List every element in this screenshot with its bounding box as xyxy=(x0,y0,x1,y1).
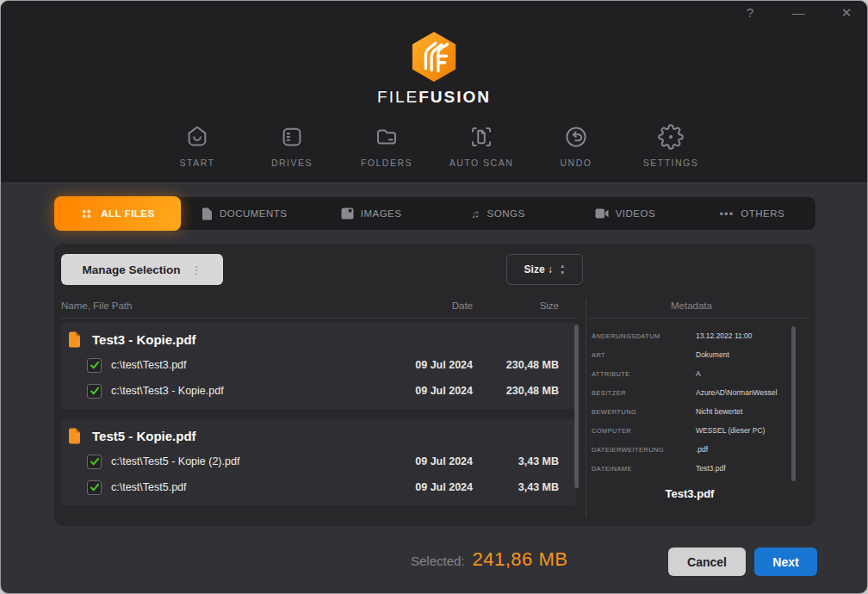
sort-dropdown[interactable]: Size ↓ ▲▼ xyxy=(506,254,583,285)
folder-icon xyxy=(374,123,400,151)
metadata-row: COMPUTERWESSEL (dieser PC) xyxy=(592,421,788,440)
metadata-value: 13.12.2022 11:00 xyxy=(696,331,788,340)
manage-selection-button[interactable]: Manage Selection ⋮ xyxy=(61,254,223,285)
metadata-scrollbar[interactable] xyxy=(791,326,796,481)
file-path: c:\test\Test5.pdf xyxy=(111,481,387,493)
grid-dots-icon xyxy=(80,207,93,220)
metadata-row: DATEIERWEITERUNG.pdf xyxy=(592,440,788,459)
file-size: 230,48 MB xyxy=(473,359,576,371)
checkbox-checked[interactable] xyxy=(87,480,102,495)
file-date: 09 Jul 2024 xyxy=(387,359,473,371)
file-row[interactable]: c:\test\Test5 - Kopie (2).pdf09 Jul 2024… xyxy=(61,449,576,474)
metadata-label: COMPUTER xyxy=(592,427,696,435)
ellipsis-icon: ••• xyxy=(720,208,735,220)
group-title: Test3 - Kopie.pdf xyxy=(61,325,576,352)
tab-others[interactable]: •••OTHERS xyxy=(689,197,815,230)
sort-label: Size ↓ xyxy=(524,263,553,275)
tab-label: SONGS xyxy=(487,208,525,219)
filefusion-logo-icon xyxy=(409,30,459,84)
tab-images[interactable]: IMAGES xyxy=(307,197,434,230)
file-size: 3,43 MB xyxy=(473,455,576,467)
metadata-row: ARTDokument xyxy=(592,345,788,364)
manage-selection-label: Manage Selection xyxy=(82,263,180,276)
nav-item-undo[interactable]: UNDO xyxy=(538,123,614,168)
checkbox-checked[interactable] xyxy=(87,384,102,399)
metadata-selected-filename: Test3.pdf xyxy=(592,487,788,500)
nav-item-drives[interactable]: DRIVES xyxy=(254,123,330,168)
nav-item-settings[interactable]: SETTINGS xyxy=(633,123,709,168)
metadata-label: ÄNDERUNGSDATUM xyxy=(592,332,696,340)
image-icon xyxy=(341,207,354,220)
metadata-panel-title: Metadata xyxy=(592,300,791,311)
home-icon xyxy=(184,123,210,151)
column-size: Size xyxy=(473,300,576,311)
tab-documents[interactable]: DOCUMENTS xyxy=(181,197,307,230)
gear-icon xyxy=(658,123,684,151)
file-path: c:\test\Test3.pdf xyxy=(111,359,387,371)
metadata-rows: ÄNDERUNGSDATUM13.12.2022 11:00ARTDokumen… xyxy=(592,326,788,478)
nav-item-label: UNDO xyxy=(561,158,592,168)
metadata-value: A xyxy=(696,369,788,378)
tab-label: DOCUMENTS xyxy=(220,208,288,219)
list-column-headers: Name, File Path Date Size xyxy=(61,300,576,311)
nav-item-label: SETTINGS xyxy=(643,158,699,168)
metadata-label: BEWERTUNG xyxy=(592,408,696,416)
column-name-filepath: Name, File Path xyxy=(61,300,382,311)
metadata-label: DATEINAME xyxy=(592,465,696,473)
scan-icon xyxy=(468,123,494,151)
tab-videos[interactable]: VIDEOS xyxy=(561,197,688,230)
selected-size-value: 241,86 MB xyxy=(473,548,568,571)
category-tabs: DOCUMENTSIMAGES♫SONGSVIDEOS•••OTHERS xyxy=(181,197,815,230)
metadata-value: Nicht bewertet xyxy=(696,407,788,416)
file-page-icon xyxy=(68,331,81,348)
main-nav: STARTDRIVESFOLDERSAUTO SCANUNDOSETTINGS xyxy=(1,123,867,168)
group-title: Test5 - Kopie.pdf xyxy=(61,421,576,449)
category-tabbar: DOCUMENTSIMAGES♫SONGSVIDEOS•••OTHERS ALL… xyxy=(54,197,815,230)
column-date: Date xyxy=(382,300,473,311)
nav-item-label: START xyxy=(180,158,215,168)
kebab-menu-icon: ⋮ xyxy=(191,263,202,276)
check-icon xyxy=(90,482,100,492)
file-row[interactable]: c:\test\Test3 - Kopie.pdf09 Jul 2024230,… xyxy=(61,378,576,404)
help-icon[interactable]: ? xyxy=(743,5,757,21)
duplicates-panel: Manage Selection ⋮ Size ↓ ▲▼ Name, File … xyxy=(54,244,815,526)
nav-item-start[interactable]: START xyxy=(159,123,235,168)
music-note-icon: ♫ xyxy=(471,208,480,220)
next-button[interactable]: Next xyxy=(754,548,817,576)
duplicate-file-list: Test3 - Kopie.pdfc:\test\Test3.pdf09 Jul… xyxy=(61,323,576,516)
check-icon xyxy=(90,456,100,467)
checkbox-checked[interactable] xyxy=(87,358,102,373)
group-title-text: Test5 - Kopie.pdf xyxy=(92,429,196,443)
nav-item-auto-scan[interactable]: AUTO SCAN xyxy=(443,123,519,168)
spinner-arrows-icon: ▲▼ xyxy=(560,263,565,276)
brand-name: FILEFUSION xyxy=(1,88,867,107)
checkbox-checked[interactable] xyxy=(87,455,102,469)
list-header-divider xyxy=(61,318,576,319)
nav-item-folders[interactable]: FOLDERS xyxy=(349,123,425,168)
app-header: ? — ✕ FILEF xyxy=(1,1,867,183)
metadata-value: AzureAD\NormanWessel xyxy=(696,388,788,397)
file-path: c:\test\Test3 - Kopie.pdf xyxy=(111,385,387,397)
metadata-row: ÄNDERUNGSDATUM13.12.2022 11:00 xyxy=(592,326,788,345)
file-date: 09 Jul 2024 xyxy=(387,455,473,467)
check-icon xyxy=(90,360,100,370)
file-list-scrollbar[interactable] xyxy=(574,325,579,488)
metadata-header-divider xyxy=(588,318,809,319)
metadata-label: DATEIERWEITERUNG xyxy=(592,446,696,454)
close-icon[interactable]: ✕ xyxy=(840,5,853,21)
metadata-value: Dokument xyxy=(696,350,788,359)
file-date: 09 Jul 2024 xyxy=(387,385,473,397)
duplicate-group: Test3 - Kopie.pdfc:\test\Test3.pdf09 Jul… xyxy=(61,323,576,409)
nav-item-label: AUTO SCAN xyxy=(450,158,514,168)
file-date: 09 Jul 2024 xyxy=(387,481,473,493)
cancel-button[interactable]: Cancel xyxy=(668,548,746,576)
titlebar-controls: ? — ✕ xyxy=(743,5,853,21)
undo-icon xyxy=(563,123,589,151)
file-row[interactable]: c:\test\Test5.pdf09 Jul 20243,43 MB xyxy=(61,474,576,500)
minimize-icon[interactable]: — xyxy=(791,5,805,21)
duplicate-group: Test5 - Kopie.pdfc:\test\Test5 - Kopie (… xyxy=(61,419,576,505)
tab-all-files[interactable]: ALL FILES xyxy=(54,196,181,231)
tab-songs[interactable]: ♫SONGS xyxy=(435,197,561,230)
file-row[interactable]: c:\test\Test3.pdf09 Jul 2024230,48 MB xyxy=(61,352,576,378)
metadata-label: ATTRIBUTE xyxy=(592,370,696,378)
